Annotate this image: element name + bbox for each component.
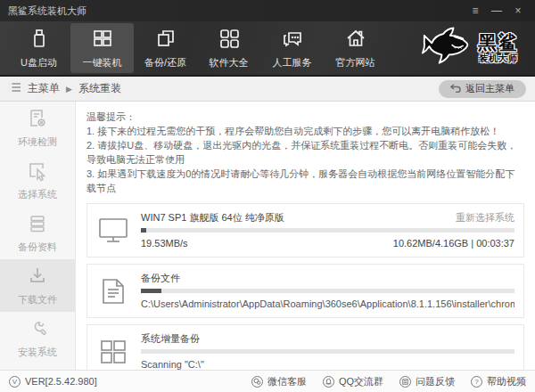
nav-item-backup-restore[interactable]: 备份/还原 xyxy=(134,23,197,73)
footer-link-label: 帮助视频 xyxy=(487,375,526,388)
footer-link-label: 微信客服 xyxy=(268,375,307,388)
window-title: 黑鲨系统装机大师 xyxy=(8,4,86,18)
download-icon xyxy=(27,265,48,289)
version-badge-icon: V xyxy=(9,376,21,388)
back-button-label: 返回主菜单 xyxy=(465,82,514,95)
download-system-title: WIN7 SP1 旗舰版 64位 纯净原版 xyxy=(141,211,284,224)
brand-name: 黑鲨 xyxy=(478,33,519,52)
sidebar-item-env-check[interactable]: 环境检测 xyxy=(0,102,75,154)
incremental-backup-status: Scanning "C:\" xyxy=(141,358,514,371)
windows-logo-icon xyxy=(93,339,134,365)
download-progress-bar xyxy=(141,228,514,233)
nav-item-label: U盘启动 xyxy=(21,56,57,69)
tiles-grid-icon xyxy=(91,27,114,52)
version-text: VER[2.5.42.980] xyxy=(25,376,97,387)
footer-link-label: 问题反馈 xyxy=(416,375,455,388)
wrench-icon xyxy=(27,318,48,341)
sidebar-item-label: 下载文件 xyxy=(18,293,57,306)
app-grid-icon xyxy=(218,27,241,52)
nav-item-label: 一键装机 xyxy=(83,56,122,69)
menu-icon[interactable]: ≡ xyxy=(466,3,484,19)
document-icon xyxy=(93,277,134,306)
breadcrumb-root[interactable]: 主菜单 xyxy=(28,81,60,96)
window-controls: ≡ — × xyxy=(466,3,527,19)
reselect-system-link[interactable]: 重新选择系统 xyxy=(456,211,514,224)
chevron-right-icon: ▶ xyxy=(66,85,72,94)
brand-logo-text: 黑鲨 装机大师 xyxy=(478,33,519,63)
breadcrumb-current: 系统重装 xyxy=(78,81,121,96)
qq-group-link[interactable]: QQ交流群 xyxy=(323,375,383,388)
download-size-time: 10.62MB/4.16GB | 00:03:37 xyxy=(393,237,514,249)
wechat-support-link[interactable]: 微信客服 xyxy=(251,375,307,388)
sidebar-item-label: 环境检测 xyxy=(18,135,57,149)
sidebar-item-install-system[interactable]: 安装系统 xyxy=(0,312,75,364)
tips-line-1: 1. 接下来的过程无需您的干预，程序会帮助您自动完成剩下的步骤，您可以离开电脑稍… xyxy=(86,124,524,138)
nav-item-label: 官方网站 xyxy=(336,56,375,69)
nav-item-support[interactable]: 人工服务 xyxy=(260,23,324,73)
tips-line-3: 3. 如果遇到下载速度为0的情况时请耐心等待几分钟，服务器会自动根据您当前网络位… xyxy=(86,167,524,195)
backup-file-path: C:\Users\Administrator\AppData\Roaming\3… xyxy=(141,298,514,310)
sidebar-item-label: 安装系统 xyxy=(18,346,57,359)
back-arrow-icon xyxy=(450,84,461,94)
top-nav: U盘启动 一键装机 备份/还原 软件大全 人工服务 xyxy=(0,21,535,77)
step-sidebar: 环境检测 选择系统 备份资料 下载文件 xyxy=(0,102,76,370)
return-main-menu-button[interactable]: 返回主菜单 xyxy=(439,80,526,98)
copy-squares-icon xyxy=(154,27,177,52)
system-download-panel: WIN7 SP1 旗舰版 64位 纯净原版 重新选择系统 19.53MB/s 1… xyxy=(86,203,524,257)
wechat-icon xyxy=(251,376,263,388)
backup-file-panel: 备份文件 C:\Users\Administrator\AppData\Roam… xyxy=(86,264,524,318)
sidebar-item-backup-data[interactable]: 备份资料 xyxy=(0,207,75,259)
sidebar-item-label: 选择系统 xyxy=(18,188,57,201)
sidebar-item-label: 备份资料 xyxy=(18,241,57,254)
tips-line-2: 2. 请拔掉U盘、移动硬盘，退出光驱内的光盘，并保证系统重装过程不断电。否则重装… xyxy=(86,138,524,167)
nav-item-usb-boot[interactable]: U盘启动 xyxy=(7,23,70,73)
nav-item-label: 人工服务 xyxy=(273,56,312,69)
breadcrumb-bar: 主菜单 ▶ 系统重装 返回主菜单 xyxy=(0,77,535,102)
main-panel: 温馨提示： 1. 接下来的过程无需您的干预，程序会帮助您自动完成剩下的步骤，您可… xyxy=(76,102,535,370)
nav-item-label: 备份/还原 xyxy=(144,56,186,69)
backup-progress-fill xyxy=(141,289,161,293)
help-video-link[interactable]: ? 帮助视频 xyxy=(471,375,526,388)
nav-item-one-key-install[interactable]: 一键装机 xyxy=(70,23,134,73)
title-bar: 黑鲨系统装机大师 ≡ — × xyxy=(0,0,535,21)
list-menu-icon xyxy=(9,82,21,95)
sidebar-item-download-files[interactable]: 下载文件 xyxy=(0,259,75,312)
shark-logo-icon xyxy=(422,26,472,70)
brand-subtitle: 装机大师 xyxy=(479,54,518,63)
close-icon[interactable]: × xyxy=(509,3,527,19)
footer-link-label: QQ交流群 xyxy=(339,375,383,388)
download-progress-fill xyxy=(141,228,146,233)
footer-links: 微信客服 QQ交流群 问题反馈 ? 帮助视频 xyxy=(251,375,526,388)
app-window: 黑鲨系统装机大师 ≡ — × U盘启动 一键装机 备份/还原 xyxy=(0,0,535,392)
backup-file-title: 备份文件 xyxy=(141,272,180,284)
content-area: 环境检测 选择系统 备份资料 下载文件 xyxy=(0,102,535,370)
backup-progress-bar xyxy=(141,289,514,293)
home-icon xyxy=(344,27,367,52)
cursor-select-icon xyxy=(27,160,48,184)
sidebar-item-select-system[interactable]: 选择系统 xyxy=(0,154,75,207)
chat-bubbles-icon xyxy=(281,27,304,52)
nav-item-official-site[interactable]: 官方网站 xyxy=(324,23,387,73)
feedback-link[interactable]: 问题反馈 xyxy=(399,375,455,388)
server-stack-icon xyxy=(27,213,48,236)
help-icon: ? xyxy=(471,376,482,388)
nav-item-label: 软件大全 xyxy=(210,56,249,69)
minimize-icon[interactable]: — xyxy=(488,3,506,19)
doc-gear-icon xyxy=(27,108,48,131)
nav-item-software-center[interactable]: 软件大全 xyxy=(197,23,260,73)
incremental-progress-bar xyxy=(141,349,514,354)
tips-block: 温馨提示： 1. 接下来的过程无需您的干预，程序会帮助您自动完成剩下的步骤，您可… xyxy=(86,110,524,195)
version-info: V VER[2.5.42.980] xyxy=(9,376,97,388)
feedback-icon xyxy=(399,376,411,388)
incremental-backup-title: 系统增量备份 xyxy=(141,332,200,345)
tips-title: 温馨提示： xyxy=(86,110,524,124)
usb-drive-icon xyxy=(28,27,51,52)
download-speed: 19.53MB/s xyxy=(141,237,188,249)
monitor-icon xyxy=(93,216,134,245)
brand-logo: 黑鲨 装机大师 xyxy=(422,26,528,70)
status-bar: V VER[2.5.42.980] 微信客服 QQ交流群 问题反馈 ? 帮助视频 xyxy=(0,370,535,392)
qq-icon xyxy=(323,376,334,388)
